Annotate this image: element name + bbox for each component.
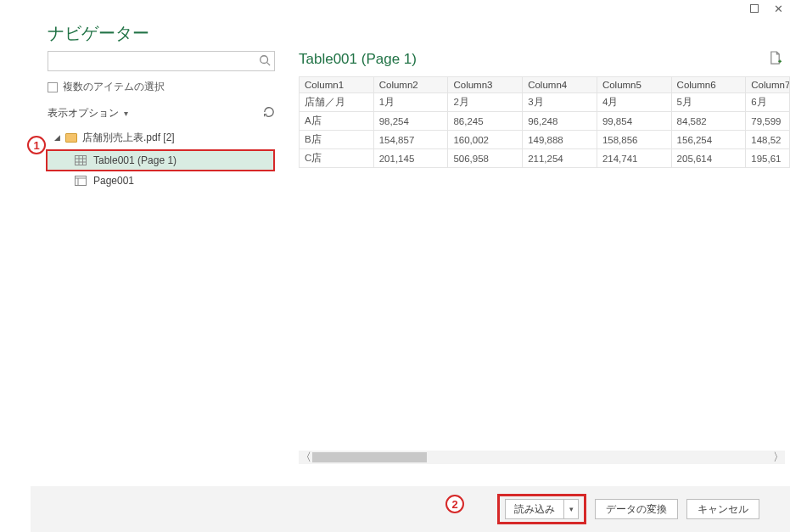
svg-line-1 [267, 62, 271, 65]
table-cell: 211,254 [523, 149, 597, 168]
svg-rect-7 [76, 176, 87, 186]
table-cell: 156,254 [671, 131, 746, 149]
svg-point-0 [261, 55, 268, 63]
tree-item-label: Page001 [93, 175, 134, 187]
transform-data-button[interactable]: データの変換 [595, 499, 678, 519]
table-row[interactable]: A店98,25486,24596,24899,85484,58279,599 [300, 112, 790, 131]
column-header[interactable]: Column3 [448, 77, 523, 93]
table-cell: C店 [300, 149, 374, 168]
cancel-button[interactable]: キャンセル [686, 499, 759, 519]
column-header[interactable]: Column2 [373, 77, 448, 93]
column-header[interactable]: Column1 [300, 77, 374, 93]
callout-2-highlight: 読み込み ▾ [497, 494, 586, 524]
checkbox-icon [48, 82, 58, 92]
scroll-right-icon[interactable]: 〉 [771, 450, 785, 465]
table-cell: 99,854 [597, 112, 671, 131]
tree-root-label: 店舗別売上表.pdf [2] [82, 131, 175, 145]
add-page-icon[interactable] [769, 51, 782, 68]
table-cell: 214,741 [597, 149, 671, 168]
tree-root[interactable]: ◢ 店舗別売上表.pdf [2] [48, 127, 275, 148]
table-cell: 160,002 [448, 131, 523, 149]
table-cell: 5月 [671, 93, 746, 112]
table-cell: A店 [300, 112, 374, 131]
chevron-down-icon: ▾ [124, 109, 128, 118]
column-header[interactable]: Column4 [523, 77, 597, 93]
column-header[interactable]: Column6 [671, 77, 746, 93]
navigator-tree: ◢ 店舗別売上表.pdf [2] Table001 (Page 1) Page0… [48, 127, 275, 190]
display-options-dropdown[interactable]: 表示オプション ▾ [48, 106, 128, 120]
page-icon [75, 176, 87, 186]
table-header-row: Column1 Column2 Column3 Column4 Column5 … [300, 77, 790, 93]
multi-select-checkbox[interactable]: 複数のアイテムの選択 [48, 80, 275, 94]
table-cell: 3月 [523, 93, 597, 112]
table-cell: 店舗／月 [300, 93, 374, 112]
table-cell: 158,856 [597, 131, 671, 149]
scroll-track[interactable] [312, 451, 771, 463]
folder-icon [65, 133, 77, 143]
table-cell: 2月 [448, 93, 523, 112]
table-cell: 506,958 [448, 149, 523, 168]
table-cell: 201,145 [373, 149, 448, 168]
tree-item-label: Table001 (Page 1) [93, 154, 176, 166]
load-button-label: 読み込み [506, 500, 564, 518]
scroll-left-icon[interactable]: 〈 [299, 450, 312, 465]
preview-table: Column1 Column2 Column3 Column4 Column5 … [299, 76, 790, 168]
table-cell: 96,248 [523, 112, 597, 131]
multi-select-label: 複数のアイテムの選択 [63, 80, 165, 94]
table-row[interactable]: B店154,857160,002149,888158,856156,254148… [300, 131, 790, 149]
maximize-button[interactable] [750, 3, 759, 14]
table-cell: 154,857 [373, 131, 448, 149]
table-cell: 4月 [597, 93, 671, 112]
table-cell: 195,61 [746, 149, 790, 168]
table-row[interactable]: C店201,145506,958211,254214,741205,614195… [300, 149, 790, 168]
table-cell: 148,52 [746, 131, 790, 149]
scroll-thumb[interactable] [312, 452, 427, 462]
display-options-label: 表示オプション [48, 106, 119, 120]
dialog-footer: 読み込み ▾ データの変換 キャンセル [31, 486, 790, 532]
table-cell: 84,582 [671, 112, 746, 131]
callout-1: 1 [27, 136, 46, 154]
table-cell: 149,888 [523, 131, 597, 149]
collapse-icon: ◢ [54, 133, 60, 142]
table-cell: 6月 [746, 93, 790, 112]
horizontal-scrollbar[interactable]: 〈 〉 [299, 451, 785, 464]
table-cell: 1月 [373, 93, 448, 112]
search-input-wrap[interactable] [48, 51, 275, 71]
table-row[interactable]: 店舗／月1月2月3月4月5月6月 [300, 93, 790, 112]
load-button[interactable]: 読み込み ▾ [505, 499, 579, 519]
svg-rect-2 [76, 156, 87, 165]
tree-item-page001[interactable]: Page001 [48, 171, 275, 190]
table-cell: 205,614 [671, 149, 746, 168]
refresh-icon[interactable] [263, 106, 275, 120]
column-header[interactable]: Column7 [746, 77, 790, 93]
callout-1-highlight: Table001 (Page 1) [46, 149, 275, 171]
close-button[interactable]: ✕ [774, 3, 783, 14]
search-input[interactable] [52, 55, 259, 67]
table-icon [75, 155, 87, 165]
callout-2: 2 [445, 495, 464, 513]
tree-item-table001[interactable]: Table001 (Page 1) [48, 151, 273, 170]
dialog-title: ナビゲーター [48, 22, 149, 45]
table-cell: 98,254 [373, 112, 448, 131]
table-cell: 86,245 [448, 112, 523, 131]
table-cell: B店 [300, 131, 374, 149]
preview-title: Table001 (Page 1) [299, 51, 417, 68]
chevron-down-icon[interactable]: ▾ [564, 505, 578, 513]
table-cell: 79,599 [746, 112, 790, 131]
column-header[interactable]: Column5 [597, 77, 671, 93]
search-icon [259, 54, 271, 69]
